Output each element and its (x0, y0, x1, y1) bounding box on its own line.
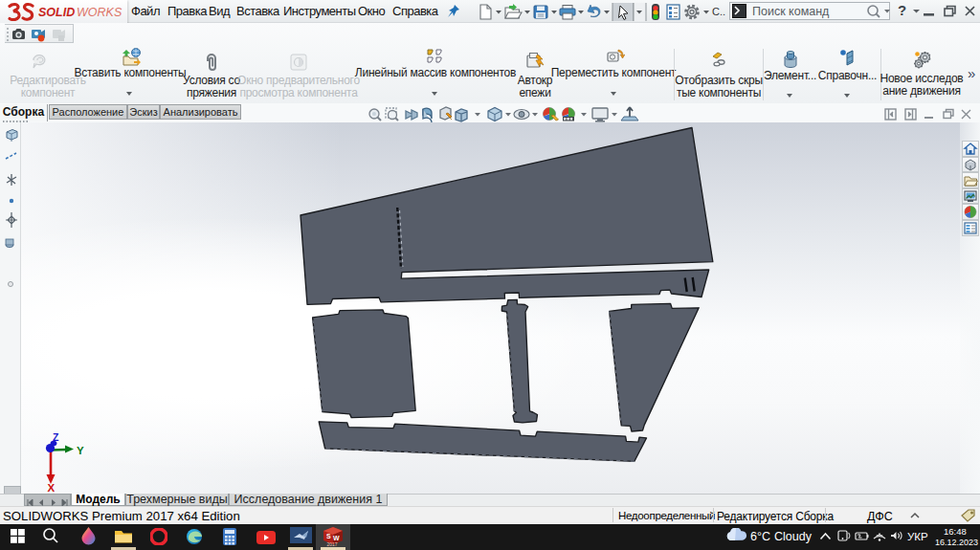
svg-text:X: X (48, 482, 56, 494)
svg-text:Y: Y (77, 445, 84, 456)
svg-text:С...: С... (712, 6, 725, 17)
svg-text:S: S (326, 533, 331, 539)
svg-text:WORKS: WORKS (77, 6, 122, 19)
svg-text:SOLID: SOLID (38, 6, 75, 19)
svg-text:Z: Z (53, 431, 59, 443)
svg-text:2017: 2017 (327, 541, 338, 547)
